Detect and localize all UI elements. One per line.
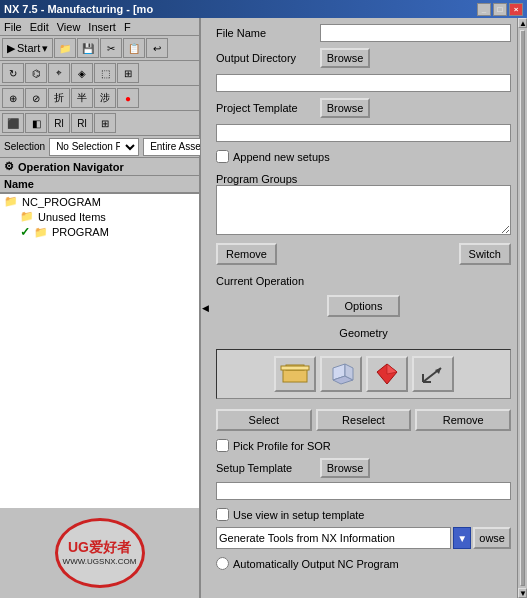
- tb2-btn-4[interactable]: ◈: [71, 63, 93, 83]
- svg-rect-2: [281, 366, 309, 370]
- collapse-handle[interactable]: ◀: [200, 18, 210, 598]
- stack-icon[interactable]: [274, 356, 316, 392]
- selection-bar: Selection No Selection Fi Entire Assem: [0, 136, 199, 158]
- toolbar-1: ▶ Start ▾ 📁 💾 ✂ 📋 ↩: [0, 36, 199, 61]
- reselect-btn[interactable]: Reselect: [316, 409, 412, 431]
- start-button[interactable]: ▶ Start ▾: [2, 38, 53, 58]
- nc-program-label: NC_PROGRAM: [22, 196, 101, 208]
- tb-btn-3[interactable]: ✂: [100, 38, 122, 58]
- use-view-row: Use view in setup template: [216, 508, 511, 521]
- toolbar-3: ⊕ ⊘ 折 半 涉 ●: [0, 86, 199, 111]
- tb4-btn-1[interactable]: ⬛: [2, 113, 24, 133]
- setup-template-row: Setup Template Browse: [216, 458, 511, 478]
- cube-icon[interactable]: [320, 356, 362, 392]
- options-btn[interactable]: Options: [327, 295, 401, 317]
- output-dir-input[interactable]: [216, 74, 511, 92]
- minimize-btn[interactable]: _: [477, 3, 491, 16]
- menu-bar: File Edit View Insert F: [0, 18, 199, 36]
- title-bar: NX 7.5 - Manufacturing - [mo _ □ ×: [0, 0, 527, 18]
- switch-btn[interactable]: Switch: [459, 243, 511, 265]
- menu-insert[interactable]: Insert: [88, 21, 116, 33]
- scroll-down-btn[interactable]: ▼: [518, 588, 527, 598]
- generate-tools-row: ▼ owse: [216, 527, 511, 549]
- auto-output-row: Automatically Output NC Program: [216, 557, 511, 570]
- close-btn[interactable]: ×: [509, 3, 523, 16]
- maximize-btn[interactable]: □: [493, 3, 507, 16]
- scroll-up-btn[interactable]: ▲: [518, 18, 527, 28]
- tb4-btn-2[interactable]: ◧: [25, 113, 47, 133]
- check-icon: ✓: [20, 225, 30, 239]
- tb3-btn-3[interactable]: 折: [48, 88, 70, 108]
- nav-col-header: Name: [0, 176, 199, 193]
- browse-output-btn[interactable]: Browse: [320, 48, 370, 68]
- tb3-btn-5[interactable]: 涉: [94, 88, 116, 108]
- program-label: PROGRAM: [52, 226, 109, 238]
- col-name-label: Name: [4, 178, 34, 190]
- left-panel: File Edit View Insert F ▶ Start ▾ 📁 💾 ✂ …: [0, 18, 200, 598]
- tb-btn-2[interactable]: 💾: [77, 38, 99, 58]
- unused-items-label: Unused Items: [38, 211, 106, 223]
- menu-more[interactable]: F: [124, 21, 131, 33]
- tb3-btn-6[interactable]: ●: [117, 88, 139, 108]
- program-groups-input[interactable]: [216, 185, 511, 235]
- pick-profile-label: Pick Profile for SOR: [233, 440, 331, 452]
- select-btn[interactable]: Select: [216, 409, 312, 431]
- unused-folder-icon: 📁: [20, 210, 34, 223]
- menu-view[interactable]: View: [57, 21, 81, 33]
- selection-filter-combo[interactable]: No Selection Fi: [49, 138, 139, 156]
- tb2-btn-2[interactable]: ⌬: [25, 63, 47, 83]
- tb-btn-4[interactable]: 📋: [123, 38, 145, 58]
- browse-project-btn[interactable]: Browse: [320, 98, 370, 118]
- file-name-input[interactable]: [320, 24, 511, 42]
- setup-template-input[interactable]: [216, 482, 511, 500]
- tb4-btn-4[interactable]: Rl: [71, 113, 93, 133]
- arrow-icon[interactable]: [412, 356, 454, 392]
- browse-setup-btn[interactable]: Browse: [320, 458, 370, 478]
- gem-icon[interactable]: [366, 356, 408, 392]
- list-item[interactable]: 📁 NC_PROGRAM: [0, 194, 199, 209]
- watermark: UG爱好者 WWW.UGSNX.COM: [55, 518, 145, 588]
- navigator-title: Operation Navigator: [18, 161, 124, 173]
- use-view-checkbox[interactable]: [216, 508, 229, 521]
- tb2-btn-5[interactable]: ⬚: [94, 63, 116, 83]
- tb2-btn-3[interactable]: ⌖: [48, 63, 70, 83]
- tb3-btn-2[interactable]: ⊘: [25, 88, 47, 108]
- folder-icon: 📁: [4, 195, 18, 208]
- project-template-label: Project Template: [216, 102, 316, 114]
- dropdown-icon[interactable]: ▼: [453, 527, 471, 549]
- tb4-btn-3[interactable]: Rl: [48, 113, 70, 133]
- tb2-btn-6[interactable]: ⊞: [117, 63, 139, 83]
- window-controls: _ □ ×: [477, 3, 523, 16]
- browse4-btn[interactable]: owse: [473, 527, 511, 549]
- selection-label: Selection: [4, 141, 45, 152]
- navigator-header: ⚙ Operation Navigator: [0, 158, 199, 176]
- watermark-url: WWW.UGSNX.COM: [63, 557, 137, 566]
- project-template-input[interactable]: [216, 124, 511, 142]
- tb2-btn-1[interactable]: ↻: [2, 63, 24, 83]
- tb3-btn-4[interactable]: 半: [71, 88, 93, 108]
- scroll-thumb[interactable]: [520, 30, 525, 586]
- toolbar-4: ⬛ ◧ Rl Rl ⊞: [0, 111, 199, 136]
- tb-btn-1[interactable]: 📁: [54, 38, 76, 58]
- menu-edit[interactable]: Edit: [30, 21, 49, 33]
- tb-btn-5[interactable]: ↩: [146, 38, 168, 58]
- current-op-label: Current Operation: [216, 275, 511, 287]
- use-view-label: Use view in setup template: [233, 509, 364, 521]
- geometry-label: Geometry: [216, 327, 511, 339]
- vericut-dialog: File Name Output Directory Browse Projec…: [210, 18, 517, 598]
- project-template-row: Project Template Browse: [216, 98, 511, 118]
- remove-switch-row: Remove Switch: [216, 243, 511, 265]
- pick-profile-checkbox[interactable]: [216, 439, 229, 452]
- pick-profile-row: Pick Profile for SOR: [216, 439, 511, 452]
- tb4-btn-5[interactable]: ⊞: [94, 113, 116, 133]
- list-item[interactable]: ✓ 📁 PROGRAM: [0, 224, 199, 240]
- append-setups-checkbox[interactable]: [216, 150, 229, 163]
- generate-tools-input[interactable]: [216, 527, 451, 549]
- tb3-btn-1[interactable]: ⊕: [2, 88, 24, 108]
- remove2-btn[interactable]: Remove: [415, 409, 511, 431]
- list-item[interactable]: 📁 Unused Items: [0, 209, 199, 224]
- remove-btn[interactable]: Remove: [216, 243, 277, 265]
- right-scrollbar[interactable]: ▲ ▼: [517, 18, 527, 598]
- menu-file[interactable]: File: [4, 21, 22, 33]
- auto-output-radio[interactable]: [216, 557, 229, 570]
